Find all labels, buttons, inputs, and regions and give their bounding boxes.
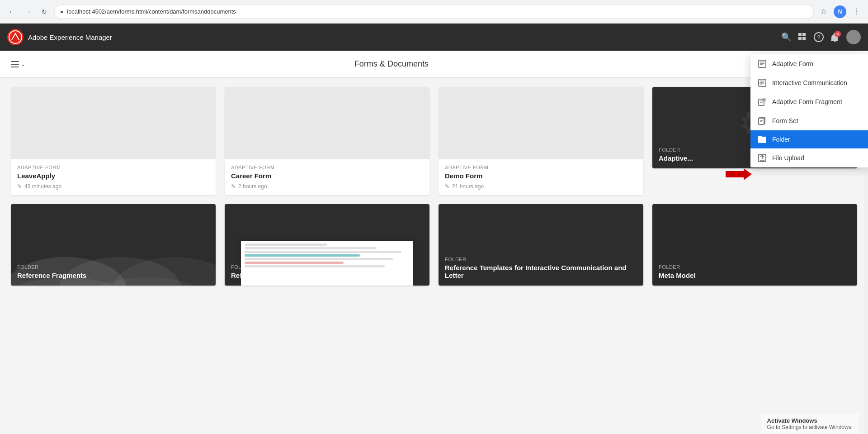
card-name-reference-templates-ic: Reference Templates for Interactive Comm… bbox=[445, 264, 637, 279]
svg-rect-28 bbox=[763, 98, 766, 101]
dropdown-item-adaptive-form-fragment[interactable]: Adaptive Form Fragment bbox=[750, 92, 868, 111]
svg-rect-4 bbox=[798, 37, 802, 40]
form-set-icon bbox=[758, 117, 767, 125]
back-button[interactable]: ← bbox=[5, 5, 18, 18]
aem-logo-icon bbox=[7, 29, 24, 45]
browser-chrome: ← → ↻ ● localhost:4502/aem/forms.html/co… bbox=[0, 0, 868, 24]
card-meta-time-leave-apply: 43 minutes ago bbox=[24, 183, 61, 190]
forward-button[interactable]: → bbox=[22, 5, 34, 18]
svg-marker-36 bbox=[726, 168, 752, 180]
card-meta-leave-apply: ✎ 43 minutes ago bbox=[17, 183, 209, 190]
card-body-demo-form: ADAPTIVE FORM Demo Form ✎ 21 hours ago bbox=[439, 159, 643, 195]
main-content: ADAPTIVE FORM LeaveApply ✎ 43 minutes ag… bbox=[0, 78, 868, 295]
file-upload-icon bbox=[758, 154, 767, 162]
interactive-communication-icon bbox=[758, 79, 767, 87]
aem-topbar-actions: 🔍 ? 4 bbox=[781, 30, 861, 44]
browser-actions: ☆ N ⋮ bbox=[817, 5, 863, 18]
card-meta-career-form: ✎ 2 hours ago bbox=[231, 183, 423, 190]
card-type-leave-apply: ADAPTIVE FORM bbox=[17, 165, 209, 170]
svg-rect-3 bbox=[802, 33, 806, 36]
dropdown-interactive-communication-label: Interactive Communication bbox=[772, 79, 847, 86]
dropdown-file-upload-label: File Upload bbox=[772, 154, 804, 162]
adaptive-form-fragment-icon bbox=[758, 98, 767, 106]
red-arrow-indicator bbox=[726, 167, 748, 181]
card-reference-fragments[interactable]: FOLDER Reference Fragments bbox=[11, 204, 216, 286]
card-name-meta-model: Meta Model bbox=[659, 272, 851, 279]
sidebar-toggle[interactable]: ⌄ bbox=[7, 58, 29, 70]
url-text: localhost:4502/aem/forms.html/content/da… bbox=[67, 8, 236, 15]
svg-rect-2 bbox=[798, 33, 802, 36]
reload-button[interactable]: ↻ bbox=[38, 5, 51, 18]
card-name-demo-form: Demo Form bbox=[445, 172, 637, 180]
wave-pattern bbox=[11, 237, 216, 286]
dropdown-item-file-upload[interactable]: File Upload bbox=[750, 148, 868, 167]
svg-rect-5 bbox=[802, 37, 806, 40]
aem-logo-section: Adobe Experience Manager bbox=[7, 29, 781, 45]
card-type-career-form: ADAPTIVE FORM bbox=[231, 165, 423, 170]
page-title: Forms & Documents bbox=[29, 59, 754, 69]
card-meta-time-demo-form: 21 hours ago bbox=[452, 183, 484, 190]
doc-preview-reference-templates bbox=[241, 241, 413, 286]
card-thumbnail-leave-apply bbox=[11, 87, 216, 159]
hamburger-icon bbox=[11, 61, 19, 67]
card-thumbnail-career-form bbox=[225, 87, 429, 159]
card-meta-model[interactable]: FOLDER Meta Model bbox=[652, 204, 857, 286]
notification-badge: 4 bbox=[835, 31, 841, 37]
edit-icon-leave-apply: ✎ bbox=[17, 183, 22, 190]
svg-point-0 bbox=[7, 29, 24, 45]
dropdown-item-adaptive-form[interactable]: Adaptive Form bbox=[750, 54, 868, 73]
aem-topbar: Adobe Experience Manager 🔍 ? 4 bbox=[0, 24, 868, 51]
card-thumbnail-demo-form bbox=[439, 87, 643, 159]
card-name-leave-apply: LeaveApply bbox=[17, 172, 209, 180]
cards-grid: ADAPTIVE FORM LeaveApply ✎ 43 minutes ag… bbox=[11, 87, 857, 286]
help-icon[interactable]: ? bbox=[814, 32, 824, 42]
dropdown-item-interactive-communication[interactable]: Interactive Communication bbox=[750, 73, 868, 92]
card-body-career-form: ADAPTIVE FORM Career Form ✎ 2 hours ago bbox=[225, 159, 429, 195]
aem-app-title: Adobe Experience Manager bbox=[28, 33, 112, 41]
card-career-form[interactable]: ADAPTIVE FORM Career Form ✎ 2 hours ago bbox=[225, 87, 429, 195]
edit-icon-career-form: ✎ bbox=[231, 183, 236, 190]
dropdown-adaptive-form-label: Adaptive Form bbox=[772, 60, 813, 67]
browser-user-avatar[interactable]: N bbox=[834, 5, 846, 18]
card-reference-templates-ic[interactable]: FOLDER Reference Templates for Interacti… bbox=[439, 204, 643, 286]
dropdown-adaptive-form-fragment-label: Adaptive Form Fragment bbox=[772, 98, 842, 105]
card-type-meta-model: FOLDER bbox=[659, 264, 851, 270]
card-meta-demo-form: ✎ 21 hours ago bbox=[445, 183, 637, 190]
bookmark-button[interactable]: ☆ bbox=[817, 5, 830, 18]
page-header: ⌄ Forms & Documents Select All Create bbox=[0, 51, 868, 78]
card-meta-time-career-form: 2 hours ago bbox=[238, 183, 267, 190]
card-body-leave-apply: ADAPTIVE FORM LeaveApply ✎ 43 minutes ag… bbox=[11, 159, 216, 195]
svg-rect-22 bbox=[760, 82, 762, 84]
dropdown-item-form-set[interactable]: Form Set bbox=[750, 111, 868, 130]
user-avatar[interactable] bbox=[846, 30, 861, 44]
browser-menu-button[interactable]: ⋮ bbox=[850, 5, 863, 18]
notification-icon[interactable]: 4 bbox=[831, 33, 839, 42]
create-dropdown-menu: Adaptive Form Interactive Communication … bbox=[750, 54, 868, 167]
dropdown-item-folder[interactable]: Folder bbox=[750, 130, 868, 148]
adaptive-form-icon bbox=[758, 60, 767, 68]
grid-icon[interactable] bbox=[798, 33, 807, 41]
card-reference-templates-doc[interactable]: FOLDER Reference Templates for Document … bbox=[225, 204, 429, 286]
search-icon[interactable]: 🔍 bbox=[781, 32, 791, 42]
dropdown-form-set-label: Form Set bbox=[772, 117, 798, 124]
card-type-reference-templates-ic: FOLDER bbox=[445, 257, 637, 262]
folder-icon bbox=[758, 136, 767, 143]
sidebar-chevron: ⌄ bbox=[21, 61, 26, 67]
url-lock-icon: ● bbox=[60, 9, 63, 15]
card-demo-form[interactable]: ADAPTIVE FORM Demo Form ✎ 21 hours ago bbox=[439, 87, 643, 195]
card-leave-apply[interactable]: ADAPTIVE FORM LeaveApply ✎ 43 minutes ag… bbox=[11, 87, 216, 195]
edit-icon-demo-form: ✎ bbox=[445, 183, 449, 190]
url-bar[interactable]: ● localhost:4502/aem/forms.html/content/… bbox=[54, 5, 814, 19]
card-name-career-form: Career Form bbox=[231, 172, 423, 180]
svg-rect-16 bbox=[759, 60, 766, 67]
svg-rect-30 bbox=[759, 118, 764, 124]
card-type-demo-form: ADAPTIVE FORM bbox=[445, 165, 637, 170]
dropdown-folder-label: Folder bbox=[772, 136, 790, 143]
